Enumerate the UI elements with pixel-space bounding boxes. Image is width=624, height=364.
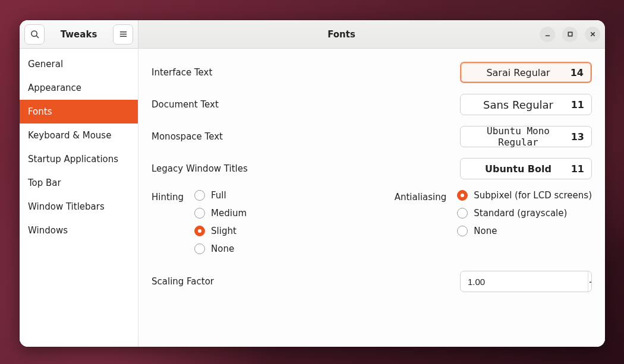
radio-label: Full xyxy=(211,190,226,201)
antialiasing-label: Antialiasing xyxy=(395,190,447,254)
font-name: Ubuntu Mono Regular xyxy=(468,125,569,148)
radio-aa-standard[interactable]: Standard (grayscale) xyxy=(457,208,592,219)
window-controls xyxy=(540,27,600,42)
hinting-label: Hinting xyxy=(152,190,184,254)
radio-label: None xyxy=(474,226,497,236)
scaling-input[interactable] xyxy=(461,271,588,292)
header-bar: Tweaks Fonts xyxy=(20,20,605,49)
font-button-legacy[interactable]: Ubuntu Bold 11 xyxy=(460,158,592,179)
radio-hinting-full[interactable]: Full xyxy=(194,190,247,201)
radio-hinting-medium[interactable]: Medium xyxy=(194,208,247,219)
radio-section: Hinting Full Medium Slight xyxy=(152,190,592,254)
sidebar-item-appearance[interactable]: Appearance xyxy=(20,76,138,100)
sidebar-item-label: Window Titlebars xyxy=(28,201,105,212)
sidebar-item-startup[interactable]: Startup Applications xyxy=(20,147,138,171)
radio-icon xyxy=(457,190,468,201)
tweaks-window: Tweaks Fonts General A xyxy=(20,20,605,347)
radio-icon xyxy=(457,208,468,219)
radio-icon xyxy=(194,243,205,254)
svg-point-0 xyxy=(31,31,36,36)
minimize-icon xyxy=(544,31,551,37)
font-button-interface[interactable]: Sarai Regular 14 xyxy=(460,62,592,83)
pane-title: Fonts xyxy=(143,29,540,40)
sidebar-item-titlebars[interactable]: Window Titlebars xyxy=(20,195,138,219)
close-button[interactable] xyxy=(585,27,600,42)
sidebar-item-label: Appearance xyxy=(28,83,81,93)
font-size: 11 xyxy=(569,163,584,175)
menu-button[interactable] xyxy=(113,24,133,45)
row-monospace-text: Monospace Text Ubuntu Mono Regular 13 xyxy=(152,126,592,147)
minimize-button[interactable] xyxy=(540,27,555,42)
font-button-document[interactable]: Sans Regular 11 xyxy=(460,94,592,115)
font-size: 13 xyxy=(569,131,584,143)
sidebar: General Appearance Fonts Keyboard & Mous… xyxy=(20,49,138,347)
sidebar-item-keyboard[interactable]: Keyboard & Mouse xyxy=(20,124,138,147)
content-pane: Interface Text Sarai Regular 14 Document… xyxy=(138,49,605,347)
radio-label: Medium xyxy=(211,208,247,219)
font-size: 14 xyxy=(568,67,584,78)
sidebar-item-label: General xyxy=(28,59,63,69)
app-title: Tweaks xyxy=(48,29,109,40)
header-right: Fonts xyxy=(138,20,605,48)
font-size: 11 xyxy=(569,99,584,110)
row-document-text: Document Text Sans Regular 11 xyxy=(152,94,592,115)
row-scaling-factor: Scaling Factor − + xyxy=(152,271,592,292)
label-document-text: Document Text xyxy=(152,99,460,110)
sidebar-item-label: Keyboard & Mouse xyxy=(28,130,111,141)
search-icon xyxy=(30,30,39,39)
sidebar-item-fonts[interactable]: Fonts xyxy=(20,100,138,124)
radio-aa-subpixel[interactable]: Subpixel (for LCD screens) xyxy=(457,190,592,201)
row-legacy-titles: Legacy Window Titles Ubuntu Bold 11 xyxy=(152,158,592,179)
radio-hinting-slight[interactable]: Slight xyxy=(194,226,247,236)
radio-label: Slight xyxy=(211,226,237,236)
label-interface-text: Interface Text xyxy=(152,67,460,78)
font-name: Sarai Regular xyxy=(468,67,568,78)
hamburger-icon xyxy=(119,30,128,39)
label-legacy-titles: Legacy Window Titles xyxy=(152,163,460,174)
close-icon xyxy=(590,31,596,37)
sidebar-item-windows[interactable]: Windows xyxy=(20,219,138,242)
header-left: Tweaks xyxy=(20,20,138,48)
radio-label: Subpixel (for LCD screens) xyxy=(474,190,592,201)
scaling-spinbutton: − + xyxy=(460,271,592,292)
radio-icon xyxy=(194,226,205,236)
font-name: Sans Regular xyxy=(468,99,569,111)
font-name: Ubuntu Bold xyxy=(468,163,569,175)
sidebar-item-label: Windows xyxy=(28,225,68,236)
scaling-decrement[interactable]: − xyxy=(588,271,592,292)
radio-label: Standard (grayscale) xyxy=(474,208,567,219)
maximize-icon xyxy=(567,31,573,37)
antialiasing-group: Antialiasing Subpixel (for LCD screens) … xyxy=(395,190,592,254)
sidebar-item-topbar[interactable]: Top Bar xyxy=(20,171,138,195)
radio-label: None xyxy=(211,243,234,254)
search-button[interactable] xyxy=(24,24,45,45)
svg-line-1 xyxy=(36,36,39,38)
radio-icon xyxy=(194,190,205,201)
font-button-monospace[interactable]: Ubuntu Mono Regular 13 xyxy=(460,126,592,147)
sidebar-item-general[interactable]: General xyxy=(20,52,138,76)
row-interface-text: Interface Text Sarai Regular 14 xyxy=(152,62,592,83)
window-body: General Appearance Fonts Keyboard & Mous… xyxy=(20,49,605,347)
radio-icon xyxy=(457,226,468,236)
maximize-button[interactable] xyxy=(562,27,578,42)
sidebar-item-label: Top Bar xyxy=(28,178,61,188)
label-monospace-text: Monospace Text xyxy=(152,131,460,142)
radio-hinting-none[interactable]: None xyxy=(194,243,247,254)
radio-icon xyxy=(194,208,205,219)
svg-rect-6 xyxy=(568,32,572,36)
radio-aa-none[interactable]: None xyxy=(457,226,592,236)
sidebar-item-label: Startup Applications xyxy=(28,154,118,164)
hinting-group: Hinting Full Medium Slight xyxy=(152,190,247,254)
sidebar-item-label: Fonts xyxy=(28,106,52,117)
label-scaling-factor: Scaling Factor xyxy=(152,276,460,287)
